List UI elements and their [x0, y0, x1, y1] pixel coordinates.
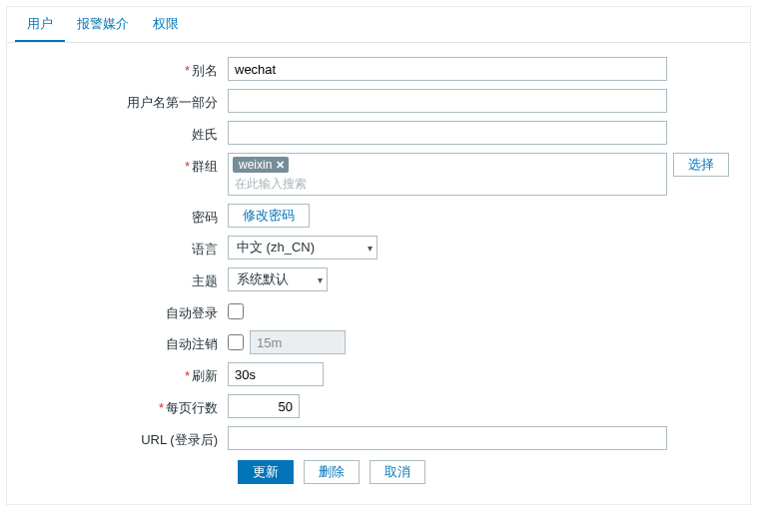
alias-input[interactable]: [228, 57, 667, 81]
language-select[interactable]: 中文 (zh_CN) ▾: [228, 236, 378, 260]
tab-permissions[interactable]: 权限: [141, 7, 191, 42]
chevron-down-icon: ▾: [368, 243, 373, 254]
change-password-button[interactable]: 修改密码: [228, 204, 310, 228]
name-part-input[interactable]: [228, 89, 667, 113]
surname-input[interactable]: [228, 121, 667, 145]
label-rows: 每页行数: [166, 400, 218, 415]
label-surname: 姓氏: [192, 127, 218, 142]
tab-media[interactable]: 报警媒介: [65, 7, 141, 42]
groups-tagbox[interactable]: weixin ✕: [228, 153, 667, 196]
theme-value: 系统默认: [237, 270, 289, 288]
label-url-after: URL (登录后): [141, 432, 218, 447]
label-theme: 主题: [192, 273, 218, 288]
language-value: 中文 (zh_CN): [237, 239, 315, 257]
group-tag-remove-icon[interactable]: ✕: [276, 159, 285, 172]
label-groups: 群组: [192, 159, 218, 174]
label-password: 密码: [192, 210, 218, 225]
label-name-part: 用户名第一部分: [127, 95, 218, 110]
label-alias: 别名: [192, 63, 218, 78]
auto-login-checkbox[interactable]: [228, 303, 244, 319]
label-language: 语言: [192, 242, 218, 257]
rows-input[interactable]: [228, 394, 300, 418]
auto-logout-checkbox[interactable]: [228, 334, 244, 350]
url-after-input[interactable]: [228, 426, 667, 450]
form-body: *别名 用户名第一部分 姓氏 *群组 weixin ✕ 选择: [7, 43, 750, 504]
groups-search-input[interactable]: [233, 175, 662, 193]
tab-user[interactable]: 用户: [15, 7, 65, 42]
refresh-input[interactable]: [228, 362, 324, 386]
group-tag-label: weixin: [239, 158, 272, 172]
select-groups-button[interactable]: 选择: [673, 153, 729, 177]
user-form-panel: 用户 报警媒介 权限 *别名 用户名第一部分 姓氏 *群组 weixin ✕: [6, 6, 751, 505]
tabs-bar: 用户 报警媒介 权限: [7, 7, 750, 43]
cancel-button[interactable]: 取消: [370, 460, 425, 484]
label-refresh: 刷新: [192, 368, 218, 383]
chevron-down-icon: ▾: [318, 274, 323, 285]
label-auto-logout: 自动注销: [166, 336, 218, 351]
auto-logout-input: [250, 330, 346, 354]
action-bar: 更新 删除 取消: [238, 460, 734, 484]
group-tag: weixin ✕: [233, 157, 289, 173]
delete-button[interactable]: 删除: [304, 460, 360, 484]
label-auto-login: 自动登录: [166, 305, 218, 320]
update-button[interactable]: 更新: [238, 460, 294, 484]
theme-select[interactable]: 系统默认 ▾: [228, 267, 328, 291]
